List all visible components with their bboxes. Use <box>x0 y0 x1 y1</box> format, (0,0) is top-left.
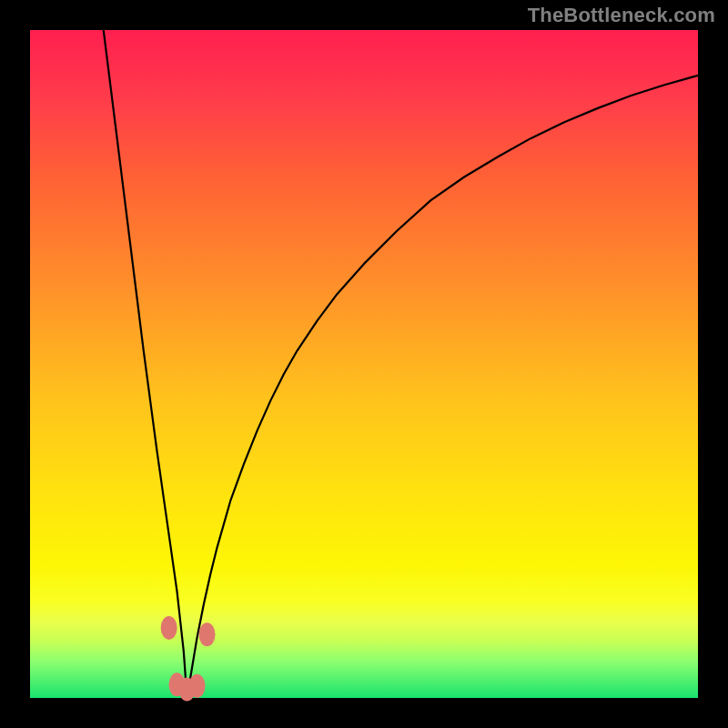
chart-gradient-bg <box>30 30 698 698</box>
watermark-text: TheBottleneck.com <box>528 4 715 27</box>
bottleneck-plot <box>0 0 728 728</box>
trough-marker <box>161 616 177 640</box>
trough-marker <box>189 674 206 698</box>
chart-frame: TheBottleneck.com <box>0 0 728 728</box>
trough-marker <box>199 622 216 646</box>
